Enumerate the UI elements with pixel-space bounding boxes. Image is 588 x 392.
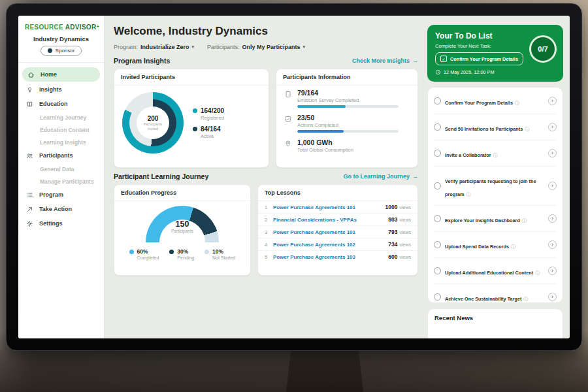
task-checkbox[interactable] [434,241,441,248]
location-pin-icon [284,139,292,155]
task-chevron-button[interactable]: › [548,214,557,223]
info-icon[interactable]: ⓘ [493,153,498,157]
next-task-label: Confirm Your Program Details [450,56,518,62]
legend-item-completed: 60% Completed [129,248,159,260]
top-lessons-card: Top Lessons 1 Power Purchase Agreements … [257,184,418,276]
task-checkbox[interactable] [434,123,441,131]
views-count: 734 [388,241,397,248]
lesson-link[interactable]: Financial Considerations - VPPAs [273,217,357,223]
lesson-rank: 5 [265,254,269,260]
lesson-link[interactable]: Power Purchase Agreements 103 [273,254,355,260]
sidebar: RESOURCE ADVISOR+ Industry Dynamics Spon… [18,16,105,338]
info-icon[interactable]: ⓘ [535,270,540,275]
task-checkbox[interactable] [434,97,441,105]
sidebar-item-insights[interactable]: Insights [18,82,104,97]
learning-journey-header: Participant Learning Journey Go to Learn… [114,172,418,180]
info-icon[interactable]: ⓘ [525,127,529,131]
card-title: Education Progress [114,185,250,201]
card-title: Invited Participants [114,69,269,86]
task-checkbox[interactable] [434,267,441,274]
sidebar-item-learning-insights[interactable]: Learning Insights [18,136,104,148]
sidebar-item-manage-participants[interactable]: Manage Participants [18,175,104,188]
photo-background: RESOURCE ADVISOR+ Industry Dynamics Spon… [0,0,588,392]
sidebar-item-program[interactable]: Program [18,188,104,202]
lesson-rank: 3 [265,229,269,235]
info-icon[interactable]: ⓘ [522,218,527,223]
task-chevron-button[interactable]: › [548,267,557,275]
task-label: Explore Your Insights Dashboard [445,218,520,223]
sidebar-item-education[interactable]: Education [18,97,104,111]
progress-fill [297,130,344,133]
info-icon[interactable]: ⓘ [466,192,471,197]
nav-label: Participants [39,152,73,159]
task-chevron-button[interactable]: › [548,149,557,157]
legend-label: Not Started [212,255,235,260]
task-chevron-button[interactable]: › [548,293,557,301]
sidebar-item-take-action[interactable]: Take Action [18,202,104,216]
lesson-link[interactable]: Power Purchase Agreements 101 [273,229,355,235]
info-icon[interactable]: ⓘ [511,244,515,249]
sidebar-item-learning-journey[interactable]: Learning Journey [18,111,104,123]
task-row[interactable]: Upload Spend Data Recordsⓘ › [434,232,557,258]
insights-cards-row: Invited Participants 200 Participants In… [114,69,418,168]
gauge-value: 150 [146,220,219,229]
lesson-link[interactable]: Power Purchase Agreements 102 [273,242,355,248]
checkbox-icon[interactable]: ✓ [440,56,447,62]
org-name: Industry Dynamics [18,35,104,42]
next-task[interactable]: ✓ Confirm Your Program Details [435,52,523,65]
task-checkbox[interactable] [434,182,441,189]
invited-participants-donut: 200 Participants Invited [122,92,184,154]
todo-panel: Your To Do List Complete Your Next Task:… [427,16,570,338]
program-label: Program: [114,44,138,50]
task-row[interactable]: Send 50 Invitations to Participantsⓘ › [434,114,557,140]
page-title: Welcome, Industry Dynamics [114,25,418,38]
task-row[interactable]: Explore Your Insights Dashboardⓘ › [434,206,557,232]
lesson-rank: 2 [265,217,269,223]
task-row[interactable]: Upload Additional Educational Contentⓘ › [434,258,557,284]
info-icon[interactable]: ⓘ [515,101,519,105]
sponsor-badge[interactable]: Sponsor [41,46,82,56]
task-label: Send 50 Invitations to Participants [445,126,523,132]
task-row[interactable]: Invite a Collaboratorⓘ › [434,140,557,167]
task-row[interactable]: Verify participants requesting to join t… [434,167,557,206]
task-chevron-button[interactable]: › [548,97,557,105]
donut-center: 200 Participants Invited [137,106,169,139]
sidebar-item-general-data[interactable]: General Data [18,163,104,175]
sidebar-item-participants[interactable]: Participants [18,148,104,163]
main-content: Welcome, Industry Dynamics Program: Indu… [105,16,427,338]
progress-track [297,130,399,133]
lesson-row: 4 Power Purchase Agreements 102 734views [258,238,417,251]
legend-dot [204,250,209,254]
people-icon [26,152,34,159]
participants-dropdown[interactable]: Participants: Only My Participants ▾ [207,44,305,50]
legend-value: 30% [177,248,188,255]
task-checkbox[interactable] [434,215,441,222]
task-chevron-button[interactable]: › [548,123,557,131]
education-progress-card: Education Progress 150 Participants [114,184,251,276]
check-more-insights-link[interactable]: Check More Insights → [352,57,418,64]
stat-value: 23/50 [297,114,399,122]
lesson-row: 1 Power Purchase Agreements 101 1000view… [258,201,417,214]
program-value: Industrialize Zero [140,44,189,50]
lesson-link[interactable]: Power Purchase Agreements 101 [273,204,355,210]
task-chevron-button[interactable]: › [548,240,557,249]
sidebar-item-home[interactable]: Home [22,67,100,82]
legend-dot [193,127,197,131]
legend-dot [193,108,197,113]
donut-legend: 164/200 Registered 84/164 Active [193,103,224,144]
clock-icon [435,69,441,75]
task-checkbox[interactable] [434,293,441,301]
arrow-right-icon: → [412,57,418,64]
stat-emission-survey: 79/164 Emission Survey Completed [276,86,417,110]
info-icon[interactable]: ⓘ [523,297,528,301]
card-title: Top Lessons [258,185,417,201]
task-checkbox[interactable] [434,150,441,157]
task-chevron-button[interactable]: › [548,182,557,190]
task-row[interactable]: Confirm Your Program Detailsⓘ › [434,88,557,114]
program-dropdown[interactable]: Program: Industrialize Zero ▾ [114,44,194,50]
sidebar-item-settings[interactable]: Settings [18,216,104,231]
sidebar-item-education-content[interactable]: Education Content [18,123,104,136]
go-to-learning-journey-link[interactable]: Go to Learning Journey → [343,173,418,180]
task-row[interactable]: Achieve One Sustainability Targetⓘ › [434,284,557,303]
stat-global-consumption: 1,000 GWh Total Global Consumption [276,135,417,157]
